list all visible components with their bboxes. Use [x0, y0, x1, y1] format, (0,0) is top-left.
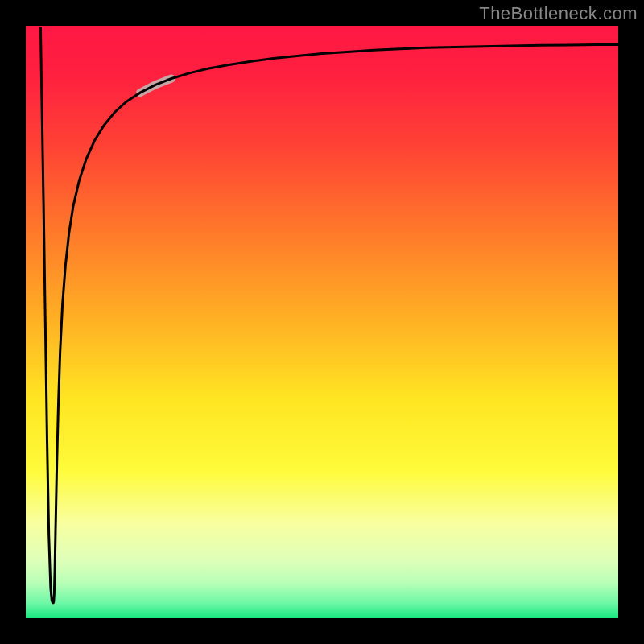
chart-svg: [0, 0, 644, 644]
bottleneck-chart: TheBottleneck.com: [0, 0, 644, 644]
watermark-text: TheBottleneck.com: [479, 3, 638, 24]
gradient-plot-area: [26, 26, 618, 618]
